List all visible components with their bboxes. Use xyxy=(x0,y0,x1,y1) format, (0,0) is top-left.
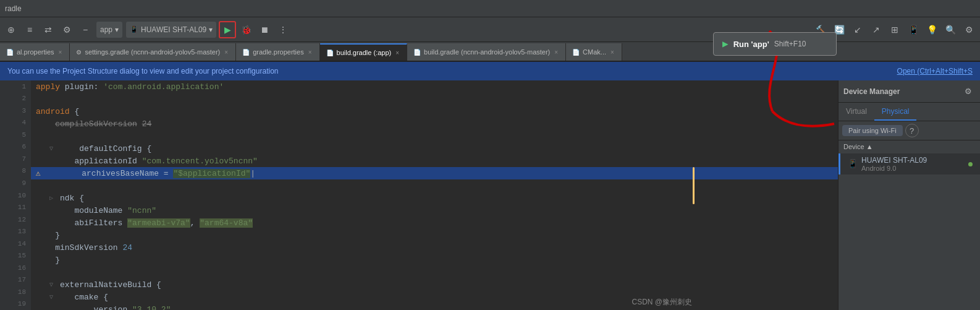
code-line-3: ▽ android { xyxy=(31,105,838,118)
device-name: HUAWEI SHT-AL09 xyxy=(861,156,965,165)
toolbar-menu-btn[interactable]: ⋮ xyxy=(274,21,292,38)
title-bar-text: radle xyxy=(5,4,22,13)
line-num-2: 2 xyxy=(0,93,31,105)
tab-close-4[interactable]: × xyxy=(394,49,400,57)
device-icon-phone: 📱 xyxy=(848,159,858,169)
pair-wifi-btn[interactable]: Pair using Wi-Fi xyxy=(842,125,903,136)
tab-close-5[interactable]: × xyxy=(553,48,559,56)
line-num-9: 9 xyxy=(0,177,31,189)
run-config-label: app xyxy=(100,25,112,34)
device-info: HUAWEI SHT-AL09 Android 9.0 xyxy=(861,156,965,172)
tab-close-1[interactable]: × xyxy=(57,48,64,56)
toolbar-btn-2[interactable]: ≡ xyxy=(21,21,38,38)
device-label: HUAWEI SHT-AL09 xyxy=(141,25,206,34)
tab-label-3: gradle.properties xyxy=(253,48,304,56)
tab-build-gradle-master[interactable]: 📄 build.gradle (ncnn-android-yolov5-mast… xyxy=(407,43,566,61)
code-line-12: abiFilters "armeabi-v7a" , "arm64-v8a" xyxy=(31,217,838,229)
run-icon: ▶ xyxy=(722,38,729,50)
tab-label-5: build.gradle (ncnn-android-yolov5-master… xyxy=(424,48,550,56)
line-num-12: 12 xyxy=(0,213,31,226)
line-num-6: 6 xyxy=(0,141,31,153)
tooltip-shortcut: Shift+F10 xyxy=(774,40,806,48)
tab-virtual[interactable]: Virtual xyxy=(838,103,874,121)
tab-close-2[interactable]: × xyxy=(223,48,229,56)
tab-label-4: build.gradle (:app) xyxy=(337,49,392,56)
tab-al-properties[interactable]: 📄 al.properties × xyxy=(0,43,70,61)
device-version: Android 9.0 xyxy=(861,165,965,172)
tab-settings-gradle[interactable]: ⚙ settings.gradle (ncnn-android-yolov5-m… xyxy=(70,43,236,61)
run-config-selector[interactable]: app ▾ xyxy=(96,22,122,38)
tab-icon-3: 📄 xyxy=(242,49,250,56)
run-button[interactable]: ▶ xyxy=(219,21,236,38)
code-line-1: apply plugin: 'com.android.application' xyxy=(31,80,838,93)
code-line-14: minSdkVersion 24 xyxy=(31,241,838,254)
code-line-16 xyxy=(31,266,838,278)
code-line-17: ▽ externalNativeBuild { xyxy=(31,278,838,291)
panel-actions: Pair using Wi-Fi ? xyxy=(838,121,980,140)
tab-physical[interactable]: Physical xyxy=(874,103,917,121)
code-line-6: ▽ defaultConfig { xyxy=(31,142,838,155)
tab-build-gradle-app[interactable]: 📄 build.gradle (:app) × xyxy=(320,43,408,61)
csdn-watermark: CSDN @豫州刺史 xyxy=(632,297,692,308)
line-numbers: 1 2 3 4 5 6 7 8 9 10 11 12 13 14 15 16 1… xyxy=(0,80,31,310)
tab-cmake[interactable]: 📄 CMak... × xyxy=(566,43,622,61)
line-num-15: 15 xyxy=(0,249,31,262)
tab-label-1: al.properties xyxy=(17,48,54,56)
code-line-9 xyxy=(31,179,838,192)
tab-icon-4: 📄 xyxy=(326,50,334,56)
toolbar-btn-3[interactable]: ⇄ xyxy=(40,21,57,38)
fold-icon-18: ▽ xyxy=(49,293,53,301)
line-num-16: 16 xyxy=(0,262,31,274)
line-num-10: 10 xyxy=(0,189,31,202)
git-btn[interactable]: ↙ xyxy=(849,21,866,38)
device-section-label: Device ▲ xyxy=(843,143,873,150)
device-icon: 📱 xyxy=(130,25,138,33)
device-manager-settings-btn[interactable]: ⚙ xyxy=(961,85,975,98)
tab-label-2: settings.gradle (ncnn-android-yolov5-mas… xyxy=(85,48,220,56)
line-num-18: 18 xyxy=(0,286,31,298)
line-num-5: 5 xyxy=(0,129,31,141)
settings-btn[interactable]: ⚙ xyxy=(58,21,75,38)
help-btn[interactable]: ? xyxy=(905,124,919,137)
tab-icon-2: ⚙ xyxy=(76,49,82,56)
minus-btn[interactable]: − xyxy=(77,21,94,38)
device-online-indicator xyxy=(968,162,973,166)
info-banner-link[interactable]: Open (Ctrl+Alt+Shift+S xyxy=(897,67,973,75)
fold-icon-10: ▷ xyxy=(49,194,53,202)
line-num-1: 1 xyxy=(0,80,31,93)
code-line-10: ▷ ndk { xyxy=(31,192,838,204)
toolbar-extra-btn5[interactable]: ⚙ xyxy=(960,21,978,38)
device-selector[interactable]: 📱 HUAWEI SHT-AL09 ▾ xyxy=(126,22,216,38)
debug-btn[interactable]: 🐞 xyxy=(237,21,255,38)
line-num-7: 7 xyxy=(0,153,31,165)
info-banner: You can use the Project Structure dialog… xyxy=(0,62,980,80)
warning-icon-8: ⚠ xyxy=(36,168,41,178)
toolbar-extra-btn2[interactable]: ⊞ xyxy=(886,21,903,38)
code-line-11: moduleName "ncnn" xyxy=(31,204,838,217)
code-line-8: ⚠ archivesBaseName = "$applicationId" | xyxy=(31,167,838,179)
code-line-18: ▽ cmake { xyxy=(31,291,838,303)
toolbar-extra-btn4[interactable]: 💡 xyxy=(923,21,940,38)
line-num-19: 19 xyxy=(0,298,31,310)
title-bar: radle xyxy=(0,0,980,17)
tab-physical-label: Physical xyxy=(882,107,910,116)
line-num-17: 17 xyxy=(0,274,31,286)
code-area[interactable]: apply plugin: 'com.android.application' … xyxy=(31,80,838,310)
stop-btn[interactable]: ⏹ xyxy=(256,21,273,38)
device-item-huawei[interactable]: 📱 HUAWEI SHT-AL09 Android 9.0 xyxy=(838,153,980,174)
toolbar-extra-btn3[interactable]: 📱 xyxy=(905,21,922,38)
tab-close-3[interactable]: × xyxy=(307,48,313,56)
tab-icon-1: 📄 xyxy=(6,49,14,56)
line-num-3: 3 xyxy=(0,105,31,117)
code-line-13: } xyxy=(31,229,838,241)
tab-close-6[interactable]: × xyxy=(609,48,615,56)
scroll-indicator xyxy=(693,167,695,204)
line-num-4: 4 xyxy=(0,117,31,129)
info-banner-text: You can use the Project Structure dialog… xyxy=(7,67,279,75)
code-line-2 xyxy=(31,93,838,105)
toolbar-extra-btn1[interactable]: ↗ xyxy=(868,21,885,38)
code-line-15: } xyxy=(31,254,838,266)
add-config-btn[interactable]: ⊕ xyxy=(2,21,20,38)
tab-gradle-properties[interactable]: 📄 gradle.properties × xyxy=(236,43,319,61)
search-btn[interactable]: 🔍 xyxy=(942,21,959,38)
